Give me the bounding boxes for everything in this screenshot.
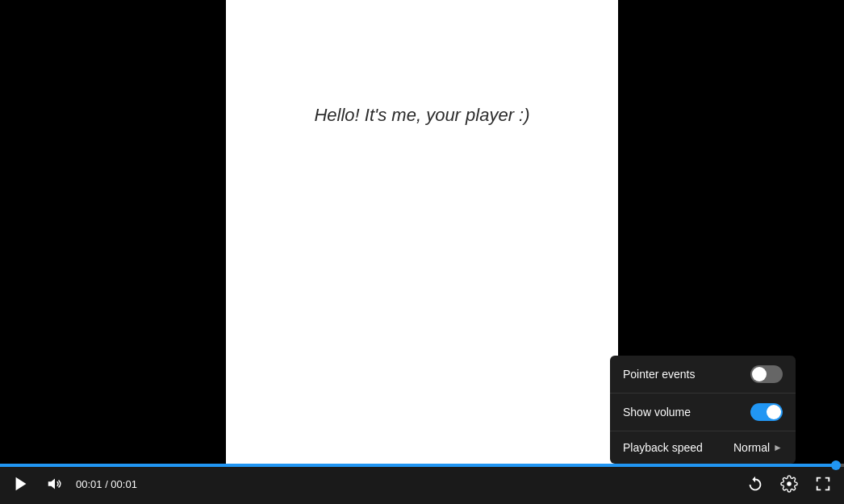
play-icon	[12, 475, 30, 493]
progress-bar-thumb	[831, 460, 841, 470]
player-container: Hello! It's me, your player :) Pointer e…	[0, 0, 844, 504]
progress-bar[interactable]	[0, 464, 844, 467]
progress-bar-fill	[0, 464, 836, 467]
settings-popup: Pointer events Show volume Playback spee…	[610, 356, 796, 464]
settings-button[interactable]	[776, 471, 802, 497]
fullscreen-button[interactable]	[810, 471, 836, 497]
settings-row-playback[interactable]: Playback speed Normal ►	[610, 431, 796, 464]
rewind-icon	[746, 475, 764, 493]
volume-icon	[46, 475, 64, 493]
content-text: Hello! It's me, your player :)	[314, 105, 529, 126]
video-content: Hello! It's me, your player :)	[226, 0, 618, 464]
controls-bar: 00:01 / 00:01	[0, 464, 844, 504]
toggle-thumb-volume	[767, 405, 781, 419]
settings-row-pointer: Pointer events	[610, 356, 796, 394]
show-volume-toggle[interactable]	[750, 403, 783, 421]
play-button[interactable]	[8, 471, 34, 497]
toggle-thumb-pointer	[752, 367, 767, 381]
fullscreen-icon	[814, 475, 832, 493]
playback-speed-label: Playback speed	[623, 441, 703, 454]
show-volume-label: Show volume	[623, 406, 691, 419]
svg-point-2	[787, 481, 792, 486]
playback-speed-value-container[interactable]: Normal ►	[733, 441, 783, 454]
rewind-button[interactable]	[742, 471, 768, 497]
volume-button[interactable]	[42, 471, 68, 497]
gear-icon	[780, 475, 798, 493]
svg-marker-1	[48, 479, 55, 489]
chevron-right-icon: ►	[773, 442, 783, 453]
black-left-bar	[0, 0, 226, 464]
settings-row-volume: Show volume	[610, 394, 796, 431]
playback-speed-value: Normal	[733, 441, 770, 454]
pointer-events-toggle[interactable]	[750, 365, 783, 383]
time-display: 00:01 / 00:01	[76, 478, 137, 490]
pointer-events-label: Pointer events	[623, 368, 696, 381]
svg-marker-0	[16, 477, 27, 491]
